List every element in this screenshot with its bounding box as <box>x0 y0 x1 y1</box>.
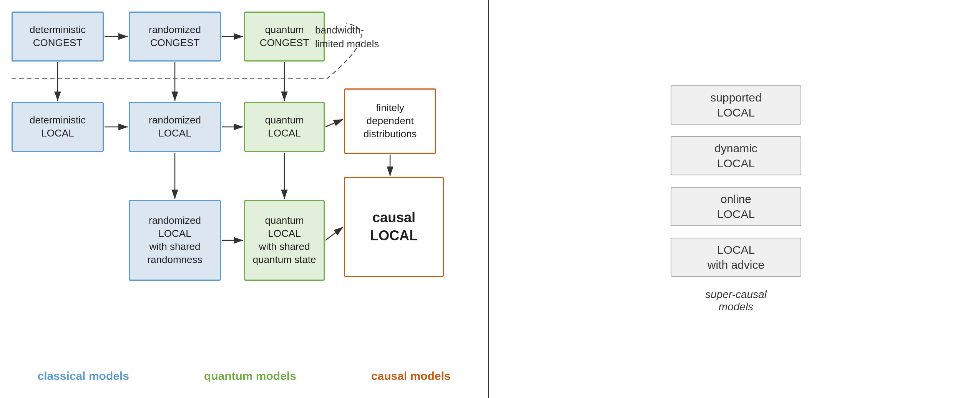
quant-local-node: quantumLOCAL <box>244 102 325 152</box>
sidebar-local-advice: LOCALwith advice <box>671 238 801 277</box>
det-local-node: deterministicLOCAL <box>12 102 104 152</box>
sidebar-dynamic-local: dynamicLOCAL <box>671 136 801 175</box>
sidebar-super-causal-label: super-causalmodels <box>705 288 767 313</box>
causal-label: causal models <box>371 370 451 383</box>
quant-congest-node: quantumCONGEST <box>244 12 325 62</box>
classical-label: classical models <box>37 370 129 383</box>
main-diagram: deterministicCONGEST randomizedCONGEST q… <box>0 0 488 398</box>
rand-local-shared-node: randomizedLOCALwith sharedrandomness <box>129 200 221 281</box>
legend: classical models quantum models causal m… <box>0 370 488 383</box>
rand-congest-node: randomizedCONGEST <box>129 12 221 62</box>
bandwidth-label: bandwidth-limited models <box>315 23 379 51</box>
section-divider <box>488 0 489 398</box>
quantum-label: quantum models <box>204 370 296 383</box>
rand-local-node: randomizedLOCAL <box>129 102 221 152</box>
quant-local-shared-node: quantumLOCALwith sharedquantum state <box>244 200 325 281</box>
causal-local-node: causalLOCAL <box>344 177 444 277</box>
sidebar: supportedLOCAL dynamicLOCAL onlineLOCAL … <box>492 0 980 398</box>
det-congest-node: deterministicCONGEST <box>12 12 104 62</box>
svg-line-12 <box>326 227 343 240</box>
sidebar-supported-local: supportedLOCAL <box>671 85 801 125</box>
svg-line-9 <box>326 119 343 127</box>
sidebar-online-local: onlineLOCAL <box>671 187 801 226</box>
fin-dep-node: finitelydependentdistributions <box>344 88 436 154</box>
